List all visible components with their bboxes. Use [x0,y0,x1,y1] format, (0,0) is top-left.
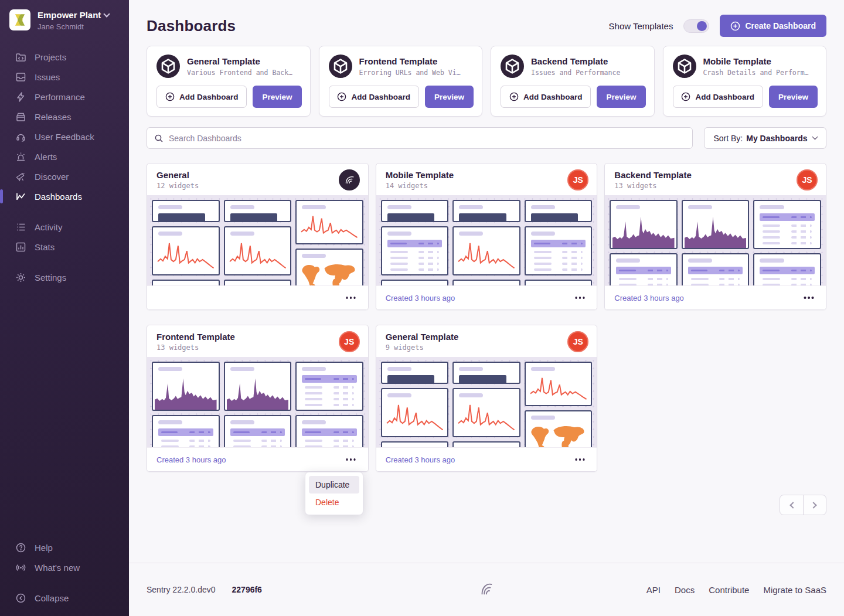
sort-by-button[interactable]: Sort By: My Dashboards [704,127,826,149]
dashboard-title: Mobile Template [386,170,588,180]
menu-item-delete[interactable]: Delete [309,494,359,511]
sentry-avatar [339,169,360,190]
footer-link-migrate[interactable]: Migrate to SaaS [763,585,826,595]
dashboard-title: General [156,170,359,180]
chevron-left-icon [789,502,796,508]
chevron-down-icon [104,11,110,18]
sidebar-item-issues[interactable]: Issues [0,67,129,87]
sidebar-item-releases[interactable]: Releases [0,107,129,127]
sidebar-item-help[interactable]: Help [0,537,129,557]
sidebar-item-activity[interactable]: Activity [0,217,129,237]
sidebar-item-performance[interactable]: Performance [0,87,129,107]
dashboard-preview[interactable] [147,357,368,447]
dashboard-widget-count: 13 widgets [156,343,359,352]
dashboard-preview[interactable] [376,195,597,285]
dashboard-preview[interactable] [376,357,597,447]
template-card-general: General Template Various Frontend and Ba… [147,46,311,117]
menu-item-duplicate[interactable]: Duplicate [309,476,359,494]
template-row: General Template Various Frontend and Ba… [147,46,826,117]
mini-widget-area-chart [682,200,750,249]
preview-button[interactable]: Preview [425,86,474,108]
sidebar-item-discover[interactable]: Discover [0,166,129,186]
activity-icon [15,222,26,233]
created-text: Created 3 hours ago [386,455,455,464]
broadcast-icon [15,562,26,573]
sort-value: My Dashboards [746,134,807,143]
org-switcher[interactable]: Empower Plant Jane Schmidt [0,8,129,32]
sidebar-item-label: Stats [35,242,55,252]
mini-widget-table-partial [682,253,750,285]
create-dashboard-button[interactable]: Create Dashboard [720,15,826,37]
dashboard-card-general-template: General Template 9 widgets JS [376,325,598,472]
card-options-button[interactable] [343,454,359,465]
sidebar-item-label: What's new [35,563,80,573]
preview-button[interactable]: Preview [769,86,818,108]
mini-widget-line-chart [452,226,520,275]
ellipsis-icon [579,458,581,461]
ellipsis-icon [808,297,810,299]
add-dashboard-button[interactable]: Add Dashboard [156,86,247,108]
footer-link-contribute[interactable]: Contribute [709,585,749,595]
add-dashboard-button[interactable]: Add Dashboard [501,86,591,108]
user-avatar: JS [339,331,360,352]
show-templates-toggle[interactable] [683,19,709,33]
sidebar-item-alerts[interactable]: Alerts [0,147,129,166]
sidebar-item-label: Activity [35,222,63,232]
mini-widget-big-number [525,200,593,222]
add-dashboard-button[interactable]: Add Dashboard [329,86,419,108]
mini-widget-partial [224,280,292,285]
card-options-button[interactable] [572,454,587,465]
empower-plant-logo-icon [12,12,28,28]
template-title: Backend Template [531,56,620,66]
cube-icon [501,55,524,78]
mini-widget-table [753,200,821,249]
created-text: Created 3 hours ago [156,455,226,464]
dashboard-widget-count: 12 widgets [156,182,359,190]
preview-button[interactable]: Preview [597,86,645,108]
search-input[interactable] [169,134,685,143]
sidebar-item-label: Performance [35,92,85,102]
mini-widget-big-number [452,200,520,222]
org-logo [9,9,30,30]
mini-widget-line-chart [381,388,449,437]
sidebar-item-whats-new[interactable]: What's new [0,557,129,577]
sidebar-item-label: Alerts [35,152,57,162]
card-options-menu: Duplicate Delete [305,472,363,515]
sidebar-item-settings[interactable]: Settings [0,267,129,287]
version-text: Sentry 22.2.0.dev0 [147,585,216,594]
dashboard-preview[interactable] [147,195,368,285]
user-feedback-icon [15,131,26,142]
dashboard-preview[interactable] [605,195,826,285]
next-page-button[interactable] [803,495,826,515]
template-card-frontend: Frontend Template Erroring URLs and Web … [319,46,483,117]
footer-link-api[interactable]: API [646,585,661,595]
sidebar-item-dashboards[interactable]: Dashboards [0,186,129,206]
sentry-logo-icon [478,580,495,597]
previous-page-button[interactable] [780,495,803,515]
show-templates-label: Show Templates [609,21,673,31]
footer-link-docs[interactable]: Docs [675,585,695,595]
preview-button[interactable]: Preview [253,86,301,108]
dashboard-title: General Template [386,332,588,342]
template-title: General Template [187,56,292,66]
mini-widget-world-map [525,410,593,447]
sidebar-item-user-feedback[interactable]: User Feedback [0,127,129,147]
sidebar-item-stats[interactable]: Stats [0,237,129,257]
stats-icon [15,241,26,253]
sidebar-item-collapse[interactable]: Collapse [0,588,129,608]
template-card-mobile: Mobile Template Crash Details and Perfor… [663,46,827,117]
help-icon [15,542,26,553]
user-avatar: JS [797,169,818,190]
primary-nav: Projects Issues Performance Releases Use… [0,47,129,287]
add-dashboard-button[interactable]: Add Dashboard [673,86,763,108]
sidebar-item-projects[interactable]: Projects [0,47,129,67]
releases-icon [15,111,26,122]
card-options-button[interactable] [801,292,816,304]
card-options-button[interactable] [572,292,587,304]
card-options-button[interactable] [343,292,359,304]
mini-widget-table [381,226,449,275]
mini-widget-big-number [152,200,220,222]
mini-widget-table-partial [753,253,821,285]
created-text: Created 3 hours ago [614,294,684,302]
collapse-icon [15,593,26,604]
